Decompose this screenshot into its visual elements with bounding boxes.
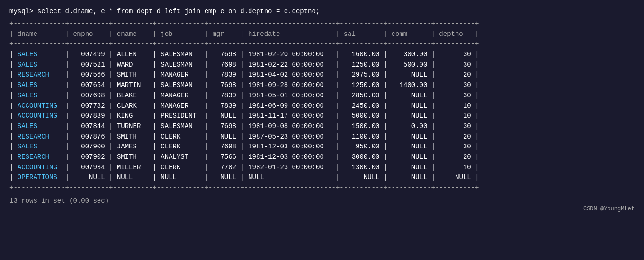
cell-data: 1981-06-09 00:00:00 <box>248 102 331 110</box>
cell-data: ALLEN <box>117 51 149 58</box>
cell-dname: SALES <box>18 92 61 99</box>
cell-data: NULL <box>73 173 105 181</box>
cell-data: 7698 <box>213 51 236 58</box>
cell-data: 20 <box>439 153 471 161</box>
table-row: | SALES | 007654 | MARTIN | SALESMAN | 7… <box>9 81 479 89</box>
cell-data: 7698 <box>213 122 236 130</box>
cell-data: CLERK <box>161 133 200 140</box>
cell-data: ANALYST <box>161 153 200 161</box>
cell-dname: RESEARCH <box>18 153 61 161</box>
cell-dname: SALES <box>18 61 61 69</box>
query-line: mysql> select d.dname, e.* from dept d l… <box>9 8 635 15</box>
cell-data: 950.00 <box>344 143 380 150</box>
table-row: | ACCOUNTING | 007839 | KING | PRESIDENT… <box>9 112 479 120</box>
cell-data: NULL <box>392 112 428 120</box>
cell-data: SMITH <box>117 153 149 161</box>
cell-data: 500.00 <box>392 61 428 69</box>
table-row: | SALES | 007499 | ALLEN | SALESMAN | 76… <box>9 51 479 58</box>
header-row: | dname | empno | ename | job | mgr | hi… <box>9 30 479 38</box>
cell-dname: SALES <box>18 122 61 130</box>
cell-data: 7698 <box>213 61 236 69</box>
cell-data: 30 <box>439 143 471 150</box>
cell-data: NULL <box>392 173 428 181</box>
cell-data: 5000.00 <box>344 112 380 120</box>
cell-data: SALESMAN <box>161 51 200 58</box>
cell-data: NULL <box>392 143 428 150</box>
cell-data: NULL <box>161 173 200 181</box>
cell-data: 0.00 <box>392 122 428 130</box>
cell-data: 20 <box>439 133 471 140</box>
table-row: | ACCOUNTING | 007934 | MILLER | CLERK |… <box>9 164 479 171</box>
cell-data: 7566 <box>213 153 236 161</box>
cell-data: 1250.00 <box>344 81 380 89</box>
cell-data: CLARK <box>117 102 149 110</box>
cell-data: MANAGER <box>161 71 200 78</box>
table-row: | RESEARCH | 007566 | SMITH | MANAGER | … <box>9 71 479 78</box>
cell-data: 1400.00 <box>392 81 428 89</box>
cell-data: 2450.00 <box>344 102 380 110</box>
cell-data: 007844 <box>73 122 105 130</box>
cell-dname: RESEARCH <box>18 71 61 78</box>
cell-data: 007521 <box>73 61 105 69</box>
cell-data: 300.00 <box>392 51 428 58</box>
cell-data: 1981-05-01 00:00:00 <box>248 92 331 99</box>
cell-data: NULL <box>392 133 428 140</box>
cell-data: SMITH <box>117 71 149 78</box>
cell-data: 20 <box>439 71 471 78</box>
divider-top: +-------------+----------+----------+---… <box>9 20 479 27</box>
cell-data: 1981-12-03 00:00:00 <box>248 153 331 161</box>
cell-data: MILLER <box>117 164 149 171</box>
cell-data: NULL <box>213 133 236 140</box>
cell-data: PRESIDENT <box>161 112 200 120</box>
cell-dname: ACCOUNTING <box>18 112 61 120</box>
cell-data: NULL <box>344 173 380 181</box>
cell-data: 3000.00 <box>344 153 380 161</box>
cell-data: 1250.00 <box>344 61 380 69</box>
cell-data: NULL <box>392 102 428 110</box>
cell-data: 7839 <box>213 92 236 99</box>
cell-data: SALESMAN <box>161 122 200 130</box>
cell-data: 1982-01-23 00:00:00 <box>248 164 331 171</box>
cell-data: BLAKE <box>117 92 149 99</box>
cell-dname: ACCOUNTING <box>18 164 61 171</box>
cell-data: 007876 <box>73 133 105 140</box>
cell-data: 007782 <box>73 102 105 110</box>
cell-data: NULL <box>392 71 428 78</box>
cell-data: 2850.00 <box>344 92 380 99</box>
cell-data: 1100.00 <box>344 133 380 140</box>
cell-data: NULL <box>213 112 236 120</box>
cell-data: NULL <box>392 164 428 171</box>
cell-data: 1981-11-17 00:00:00 <box>248 112 331 120</box>
cell-data: 007698 <box>73 92 105 99</box>
cell-data: MANAGER <box>161 92 200 99</box>
cell-data: 7782 <box>213 164 236 171</box>
cell-data: CLERK <box>161 143 200 150</box>
table-container: +-------------+----------+----------+---… <box>9 19 635 193</box>
cell-data: CLERK <box>161 164 200 171</box>
table-row: | SALES | 007521 | WARD | SALESMAN | 769… <box>9 61 479 69</box>
cell-data: 1600.00 <box>344 51 380 58</box>
cell-data: 1981-09-28 00:00:00 <box>248 81 331 89</box>
cell-data: 1981-02-20 00:00:00 <box>248 51 331 58</box>
cell-data: 1981-02-22 00:00:00 <box>248 61 331 69</box>
cell-data: SALESMAN <box>161 61 200 69</box>
cell-data: 10 <box>439 102 471 110</box>
divider-header: +-------------+----------+----------+---… <box>9 40 479 48</box>
table-row: | RESEARCH | 007876 | SMITH | CLERK | NU… <box>9 133 479 140</box>
cell-data: NULL <box>439 173 471 181</box>
cell-data: 007654 <box>73 81 105 89</box>
cell-data: 2975.00 <box>344 71 380 78</box>
cell-data: NULL <box>213 173 236 181</box>
cell-data: 1981-04-02 00:00:00 <box>248 71 331 78</box>
cell-data: 7839 <box>213 71 236 78</box>
cell-data: NULL <box>392 92 428 99</box>
cell-dname: SALES <box>18 143 61 150</box>
cell-dname: SALES <box>18 81 61 89</box>
cell-data: 7698 <box>213 81 236 89</box>
cell-data: MANAGER <box>161 102 200 110</box>
terminal: mysql> select d.dname, e.* from dept d l… <box>9 8 635 212</box>
cell-data: KING <box>117 112 149 120</box>
table-row: | SALES | 007844 | TURNER | SALESMAN | 7… <box>9 122 479 130</box>
cell-dname: ACCOUNTING <box>18 102 61 110</box>
cell-data: WARD <box>117 61 149 69</box>
